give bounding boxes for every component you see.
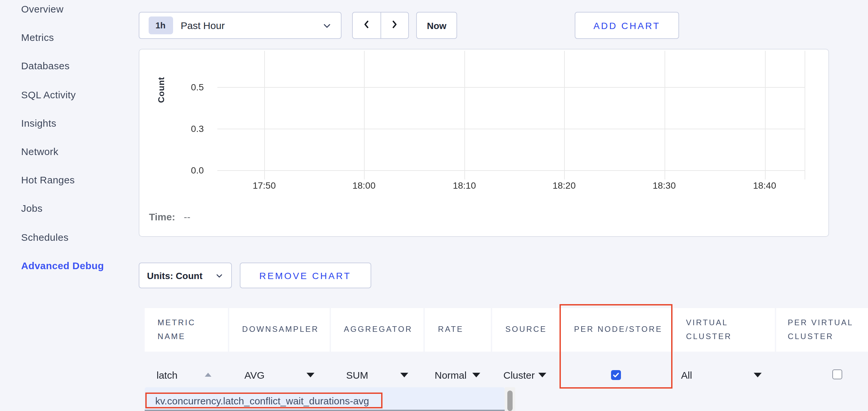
- source-value: Cluster: [503, 369, 535, 380]
- column-header-rate: RATE: [425, 308, 491, 352]
- source-select[interactable]: Cluster: [503, 363, 547, 386]
- sidebar-item-schedules[interactable]: Schedules: [21, 222, 104, 251]
- y-tick-label: 0.3: [177, 123, 204, 134]
- per-virtual-cluster-checkbox[interactable]: [832, 370, 842, 379]
- add-chart-button[interactable]: ADD CHART: [575, 12, 679, 39]
- sidebar-item-sql-activity[interactable]: SQL Activity: [21, 80, 104, 108]
- aggregator-select[interactable]: SUM: [346, 363, 409, 386]
- time-next-button[interactable]: [380, 12, 409, 39]
- metric-name-input[interactable]: latch: [157, 363, 177, 386]
- units-dropdown-label: Units: Count: [147, 270, 203, 281]
- column-header-per-node-store: PER NODE/STORE: [561, 308, 672, 352]
- scrollbar-thumb[interactable]: [507, 390, 513, 411]
- gridline: [765, 50, 765, 179]
- time-range-badge: 1h: [148, 16, 173, 34]
- aggregator-value: SUM: [346, 369, 368, 380]
- chevron-left-icon: [361, 19, 372, 32]
- column-header-aggregator: AGGREGATOR: [331, 308, 424, 352]
- custom-chart-card: Count 0.5 0.3 0.0 17:50 18:00 18:10 18:2…: [138, 48, 829, 237]
- caret-down-icon: [754, 372, 762, 377]
- x-tick-label: 18:30: [644, 180, 684, 190]
- x-tick-label: 18:20: [544, 180, 584, 190]
- downsampler-value: AVG: [244, 369, 265, 380]
- column-header-virtual-cluster: VIRTUAL CLUSTER: [673, 308, 775, 352]
- caret-down-icon: [472, 372, 480, 377]
- x-tick-label: 17:50: [244, 180, 284, 190]
- chart-plot-area[interactable]: [217, 50, 805, 179]
- sidebar-nav: Overview Metrics Databases SQL Activity …: [21, 0, 104, 280]
- column-header-downsampler: DOWNSAMPLER: [229, 308, 329, 352]
- gridline: [264, 50, 265, 179]
- time-step-buttons: [352, 12, 409, 39]
- caret-down-icon: [538, 372, 546, 377]
- x-tick-label: 18:10: [444, 180, 484, 190]
- y-tick-label: 0.5: [177, 81, 204, 92]
- rate-select[interactable]: Normal: [435, 363, 482, 386]
- sidebar-item-metrics[interactable]: Metrics: [21, 23, 104, 52]
- time-prev-button[interactable]: [352, 12, 381, 39]
- hover-time-label: Time:: [149, 211, 175, 222]
- sidebar-item-jobs[interactable]: Jobs: [21, 194, 104, 222]
- sidebar-item-databases[interactable]: Databases: [21, 52, 104, 80]
- chevron-down-icon: [215, 271, 223, 279]
- gridline: [217, 128, 805, 129]
- checkmark-icon: [612, 371, 620, 379]
- now-button[interactable]: Now: [416, 12, 457, 39]
- hover-time-readout: Time:--: [149, 211, 190, 222]
- units-dropdown[interactable]: Units: Count: [138, 263, 231, 288]
- gridline: [664, 50, 665, 179]
- x-tick-label: 18:00: [344, 180, 384, 190]
- hover-time-value: --: [184, 211, 190, 222]
- gridline: [364, 50, 365, 179]
- chevron-down-icon: [322, 21, 332, 30]
- downsampler-select[interactable]: AVG: [244, 363, 317, 386]
- per-node-store-checkbox[interactable]: [611, 370, 621, 380]
- caret-up-icon: [205, 363, 211, 386]
- metric-suggestion-item[interactable]: kv.concurrency.latch_conflict_wait_durat…: [155, 392, 369, 408]
- column-header-per-virtual-cluster: PER VIRTUAL CLUSTER: [776, 308, 868, 352]
- chart-y-axis-label: Count: [155, 70, 167, 108]
- gridline: [217, 87, 805, 88]
- x-tick-label: 18:40: [745, 180, 784, 190]
- time-range-dropdown[interactable]: 1h Past Hour: [138, 12, 342, 39]
- virtual-cluster-select[interactable]: All: [681, 363, 763, 386]
- column-header-metric-name: METRIC NAME: [144, 308, 227, 352]
- sidebar-item-overview[interactable]: Overview: [21, 0, 104, 23]
- gridline: [805, 50, 805, 179]
- metric-name-value: latch: [157, 369, 177, 380]
- virtual-cluster-value: All: [681, 369, 692, 380]
- gridline: [217, 170, 805, 171]
- sidebar-item-hot-ranges[interactable]: Hot Ranges: [21, 166, 104, 194]
- caret-down-icon: [400, 372, 408, 377]
- advanced-debug-custom-chart-page: Overview Metrics Databases SQL Activity …: [0, 0, 868, 411]
- sidebar-item-insights[interactable]: Insights: [21, 109, 104, 137]
- gridline: [564, 50, 565, 179]
- sidebar-item-network[interactable]: Network: [21, 137, 104, 166]
- next-suggestion-row-edge: [144, 409, 515, 411]
- y-tick-label: 0.0: [177, 165, 204, 175]
- caret-down-icon: [307, 372, 314, 377]
- chevron-right-icon: [390, 19, 400, 32]
- time-range-label: Past Hour: [181, 20, 225, 31]
- remove-chart-button[interactable]: REMOVE CHART: [240, 263, 371, 288]
- rate-value: Normal: [435, 369, 467, 380]
- column-header-source: SOURCE: [492, 308, 559, 352]
- sidebar-item-advanced-debug[interactable]: Advanced Debug: [21, 251, 104, 279]
- gridline: [464, 50, 465, 179]
